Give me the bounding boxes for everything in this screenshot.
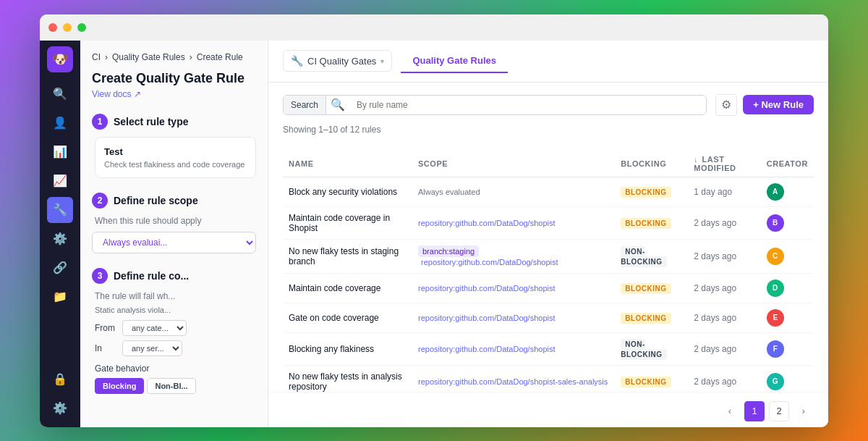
table-row[interactable]: Gate on code coveragerepository:github.c… [283,303,814,332]
rules-table: NAME SCOPE BLOCKING ↓ LAST MODIFIED CREA… [283,151,814,392]
right-panel: 🔧 CI Quality Gates ▾ Quality Gate Rules … [268,41,828,427]
rule-creator: C [761,239,814,273]
breadcrumb: CI › Quality Gate Rules › Create Rule [92,52,256,62]
rule-last-modified: 1 day ago [688,177,760,206]
from-label: From [95,323,116,333]
table-row[interactable]: Blocking any flakinessrepository:github.… [283,332,814,365]
breadcrumb-item-ci[interactable]: CI [92,52,101,62]
gear-button[interactable]: ⚙ [715,94,737,116]
in-filter-row: In any ser... [95,340,256,356]
step-3: 3 Define rule co... The rule will fail w… [92,268,256,394]
prev-page-button[interactable]: ‹ [720,401,740,421]
step-3-desc: The rule will fail wh... [95,291,256,301]
gate-behavior-section: Gate behavior Blocking Non-Bl... [95,364,256,394]
rule-last-modified: 2 days ago [688,303,760,332]
col-name: NAME [283,151,412,177]
breadcrumb-item-create: Create Rule [197,52,243,62]
new-rule-button[interactable]: + New Rule [743,95,814,114]
page-1-button[interactable]: 1 [744,401,765,421]
rule-name: Gate on code coverage [283,303,412,332]
right-header: 🔧 CI Quality Gates ▾ Quality Gate Rules [268,41,828,83]
table-header-row: NAME SCOPE BLOCKING ↓ LAST MODIFIED CREA… [283,151,814,177]
test-rule-card[interactable]: Test Check test flakiness and code cover… [95,137,256,178]
from-filter-row: From any cate... [95,320,256,336]
sidebar-icon-links[interactable]: 🔗 [47,255,73,281]
table-row[interactable]: No new flaky tests in analysis repositor… [283,365,814,392]
ci-dropdown[interactable]: 🔧 CI Quality Gates ▾ [283,50,392,72]
test-card-desc: Check test flakiness and code coverage [104,160,247,169]
search-input[interactable] [349,96,706,114]
rule-scope: branch:stagingrepository:github.com/Data… [412,239,615,273]
step-3-title: Define rule co... [114,270,189,282]
table-row[interactable]: Maintain code coveragerepository:github.… [283,273,814,303]
from-select[interactable]: any cate... [122,320,187,336]
table-row[interactable]: Block any security violationsAlways eval… [283,177,814,206]
breadcrumb-item-rules[interactable]: Quality Gate Rules [112,52,185,62]
step-3-number: 3 [92,268,108,284]
tab-nav: Quality Gate Rules [401,49,508,73]
maximize-dot[interactable] [77,23,86,32]
view-docs-link[interactable]: View docs ↗ [92,89,256,99]
showing-row: Showing 1–10 of 12 rules [283,125,814,143]
rule-last-modified: 2 days ago [688,273,760,303]
search-label[interactable]: Search [284,96,326,114]
scope-select[interactable]: Always evaluai... [92,232,256,253]
rule-blocking: BLOCKING [615,177,688,206]
right-body: Search 🔍 ⚙ + New Rule Showing 1–10 of 12… [268,83,828,392]
col-scope: SCOPE [412,151,615,177]
rule-scope: repository:github.com/DataDog/shopist [412,303,615,332]
rule-creator: D [761,273,814,303]
sidebar-icon-security[interactable]: 🔒 [47,366,73,392]
step-1: 1 Select rule type Test Check test flaki… [92,114,256,178]
pagination: ‹ 1 2 › [268,392,828,427]
minimize-dot[interactable] [63,23,72,32]
step-2-number: 2 [92,193,108,209]
rule-name: Maintain code coverage in Shopist [283,206,412,239]
rule-scope: repository:github.com/DataDog/shopist [412,206,615,239]
sidebar-icon-chart[interactable]: 📈 [47,168,73,194]
rule-blocking: BLOCKING [615,303,688,332]
step-3-static: Static analysis viola... [95,306,256,314]
close-dot[interactable] [48,23,57,32]
next-page-button[interactable]: › [793,401,814,421]
step-1-title: Select rule type [114,116,189,127]
sidebar-icon-ci[interactable]: 🔧 [47,197,73,223]
test-card-title: Test [104,146,247,157]
view-docs-label: View docs [92,89,131,99]
sidebar-icon-dashboard[interactable]: 📊 [47,139,73,165]
rule-last-modified: 2 days ago [688,239,760,273]
page-title: Create Quality Gate Rule [92,71,256,86]
ci-icon: 🔧 [291,55,303,67]
rule-last-modified: 2 days ago [688,365,760,392]
breadcrumb-sep-1: › [105,52,108,62]
table-row[interactable]: Maintain code coverage in Shopistreposit… [283,206,814,239]
sidebar-icon-files[interactable]: 📁 [47,284,73,310]
rule-scope: Always evaluated [412,177,615,206]
sidebar-logo: 🐶 [47,46,73,72]
sidebar-icon-users[interactable]: 👤 [47,110,73,136]
chevron-down-icon: ▾ [380,57,384,65]
page-2-button[interactable]: 2 [769,401,789,421]
gate-behavior-label: Gate behavior [95,364,256,374]
breadcrumb-sep-2: › [190,52,192,62]
search-icon: 🔍 [326,98,349,112]
non-blocking-button[interactable]: Non-Bl... [147,378,195,394]
sidebar-icon-settings[interactable]: ⚙️ [47,226,73,252]
in-label: In [95,343,116,353]
col-creator: CREATOR [761,151,814,177]
in-select[interactable]: any ser... [122,340,182,356]
rule-last-modified: 2 days ago [688,332,760,365]
sidebar: 🐶 🔍 👤 📊 📈 🔧 ⚙️ 🔗 📁 🔒 ⚙️ [40,41,80,427]
sidebar-icon-search[interactable]: 🔍 [47,81,73,107]
col-last-modified: ↓ LAST MODIFIED [688,151,760,177]
col-blocking: BLOCKING [615,151,688,177]
tab-quality-gate-rules[interactable]: Quality Gate Rules [401,49,508,73]
rule-scope: repository:github.com/DataDog/shopist [412,273,615,303]
step-2: 2 Define rule scope When this rule shoul… [92,193,256,253]
blocking-button[interactable]: Blocking [95,378,144,394]
table-row[interactable]: No new flaky tests in staging branchbran… [283,239,814,273]
sidebar-icon-config[interactable]: ⚙️ [47,395,73,421]
rule-blocking: BLOCKING [615,365,688,392]
titlebar [40,14,828,41]
left-panel: CI › Quality Gate Rules › Create Rule Cr… [80,41,268,427]
